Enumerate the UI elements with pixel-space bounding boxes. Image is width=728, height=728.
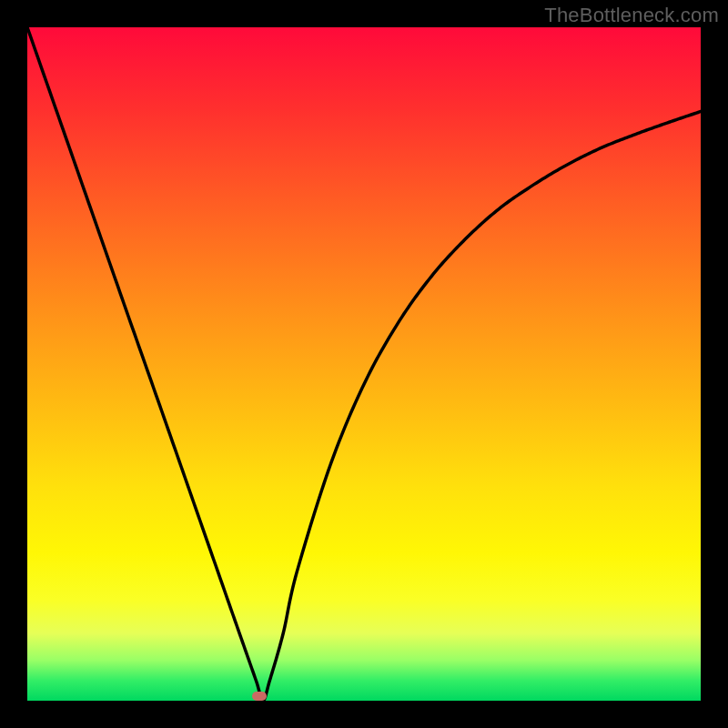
watermark-text: TheBottleneck.com bbox=[544, 4, 719, 27]
curve-path bbox=[27, 27, 701, 701]
bottleneck-curve bbox=[27, 27, 701, 701]
plot-area bbox=[27, 27, 701, 701]
chart-frame: TheBottleneck.com bbox=[0, 0, 728, 728]
minimum-marker bbox=[252, 692, 267, 701]
